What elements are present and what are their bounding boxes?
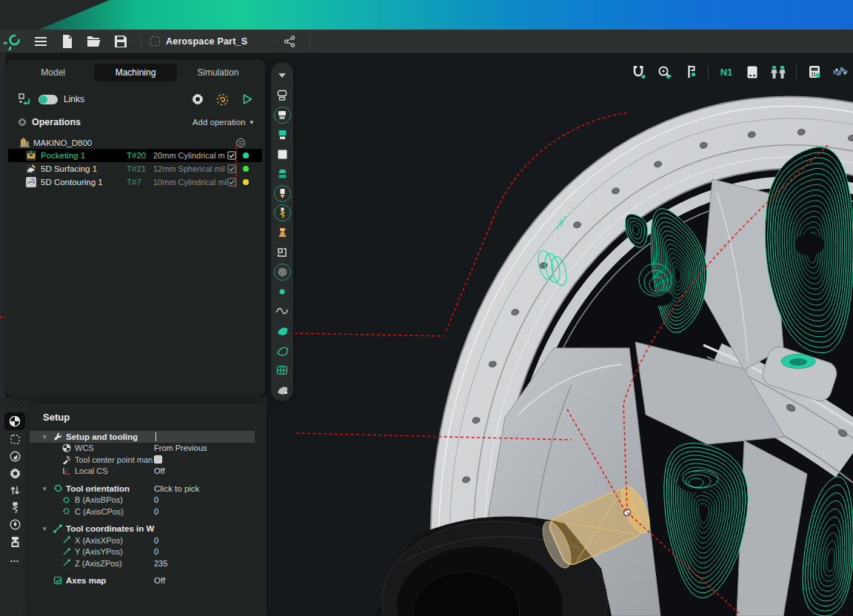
nc-code-button[interactable]: N1	[718, 64, 735, 80]
setup-dock: …	[0, 400, 30, 616]
stock-button[interactable]	[272, 86, 292, 106]
machining-panel: Model Machining Simulation Links	[6, 59, 265, 397]
coolant-button[interactable]	[4, 517, 25, 532]
chevron-down-icon[interactable]: ▾	[43, 433, 53, 441]
play-icon[interactable]	[241, 93, 253, 105]
holder-button[interactable]	[4, 534, 25, 549]
status-dot	[243, 153, 249, 158]
setup-row-value[interactable]: 0	[154, 507, 158, 516]
setup-row-value[interactable]: From Previous	[154, 443, 207, 452]
fixture-teal-button[interactable]	[272, 164, 292, 184]
tool-pair-button[interactable]	[770, 64, 786, 80]
wcs-button[interactable]	[4, 412, 25, 430]
frame-button[interactable]	[272, 243, 292, 263]
open-file-button[interactable]	[83, 32, 105, 51]
setup-row-value[interactable]: 235	[154, 559, 167, 568]
main-menu-button[interactable]	[30, 32, 52, 51]
operation-row-pocketing[interactable]: Pocketing 1 T#20 20mm Cylindrical m	[8, 149, 262, 162]
setup-row-value[interactable]: Off	[154, 466, 164, 475]
operation-checkbox[interactable]	[227, 178, 236, 187]
surface-filled-button[interactable]	[272, 321, 292, 341]
setup-row-axis-x[interactable]: X (AxisXPos) 0	[30, 535, 265, 546]
part-setup-button[interactable]	[272, 125, 292, 145]
axis-diagonal-icon	[62, 548, 70, 556]
setup-section-setup-tooling[interactable]: ▾ Setup and tooling	[30, 431, 255, 443]
tool-center-point-icon	[62, 455, 71, 464]
operation-checkbox[interactable]	[227, 164, 236, 173]
measure-button[interactable]	[656, 64, 672, 80]
controller-button[interactable]	[806, 64, 823, 80]
tab-simulation[interactable]: Simulation	[177, 64, 259, 81]
setup-section-tool-orientation[interactable]: ▾ Tool orientation Click to pick	[30, 483, 265, 495]
setup-row-value[interactable]: 0	[154, 536, 158, 545]
share-button[interactable]	[278, 32, 301, 51]
operation-row-surfacing[interactable]: 5D Surfacing 1 T#21 12mm Spherical mil	[6, 162, 265, 175]
setup-row-value[interactable]: 0	[154, 495, 158, 504]
settings-button[interactable]	[4, 466, 25, 481]
chevron-down-icon[interactable]: ▾	[43, 485, 53, 492]
save-button[interactable]	[110, 32, 132, 51]
links-toggle[interactable]	[39, 95, 58, 104]
setup-row-axes-map[interactable]: Axes map Off	[30, 575, 265, 587]
surface-result-button[interactable]	[272, 380, 292, 400]
turbine-button[interactable]	[4, 449, 25, 464]
mesh-button[interactable]	[272, 262, 292, 282]
recalculate-icon[interactable]	[216, 93, 229, 106]
drill-tool-button[interactable]	[272, 204, 292, 224]
machine-row[interactable]: MAKINO_D800	[6, 136, 265, 149]
analysis-graph-button[interactable]	[832, 64, 849, 80]
folder-icon	[87, 36, 101, 47]
stock-block-button[interactable]	[272, 144, 292, 164]
app-logo[interactable]	[0, 30, 25, 53]
setup-row-wcs[interactable]: WCS From Previous	[30, 443, 265, 455]
tool-button[interactable]	[272, 184, 292, 204]
document-icon	[150, 36, 160, 46]
setup-row-value[interactable]: Click to pick	[154, 484, 199, 493]
setup-section-tool-coordinates[interactable]: ▾ Tool coordinates in W	[30, 523, 265, 535]
new-file-button[interactable]	[56, 32, 78, 51]
gear-icon[interactable]	[192, 93, 204, 105]
tab-model[interactable]: Model	[12, 64, 94, 81]
caliper-button[interactable]	[682, 64, 698, 80]
fixture-selected-button[interactable]	[272, 105, 292, 125]
stock-dashed-button[interactable]	[4, 432, 25, 447]
setup-row-value[interactable]: 0	[154, 547, 158, 556]
operation-tool-desc: 10mm Cylindrical mill	[153, 178, 227, 187]
holder-orange-button[interactable]	[272, 223, 292, 243]
chevron-down-icon[interactable]: ▾	[43, 525, 53, 532]
operation-row-contouring[interactable]: 5D Contouring 1 T#7 10mm Cylindrical mil…	[6, 175, 265, 189]
point-button[interactable]	[272, 282, 292, 302]
snap-button[interactable]	[630, 64, 646, 80]
curve-button[interactable]	[272, 301, 292, 321]
chevron-down-icon[interactable]: ▾	[250, 118, 253, 126]
operation-checkbox[interactable]	[227, 151, 236, 160]
add-operation-button[interactable]: Add operation	[193, 118, 246, 127]
gear-icon	[18, 118, 27, 127]
tool-tip-icon	[278, 188, 287, 199]
hamburger-icon	[35, 37, 47, 46]
setup-row-axis-z[interactable]: Z (AxisZPos) 235	[30, 558, 265, 569]
setup-row-axis-b[interactable]: B (AxisBPos) 0	[30, 495, 265, 506]
drill-button[interactable]	[4, 500, 25, 515]
tool-center-point-checkbox[interactable]	[154, 455, 162, 463]
more-button[interactable]: …	[4, 551, 25, 566]
machine-limits-icon[interactable]	[235, 138, 246, 148]
machine-panel-button[interactable]	[744, 64, 760, 80]
surface-grid-button[interactable]	[272, 361, 292, 381]
setup-row-label: B (AxisBPos)	[75, 495, 123, 504]
sort-axes-button[interactable]	[4, 483, 25, 498]
setup-row-axis-c[interactable]: C (AxisCPos) 0	[30, 506, 265, 518]
operation-tool: T#21	[127, 164, 153, 173]
tool-pair-icon	[770, 65, 786, 79]
surface-outline-button[interactable]	[272, 341, 292, 361]
dock-collapse-button[interactable]	[272, 66, 292, 86]
curve-icon	[275, 306, 289, 316]
setup-row-axis-y[interactable]: Y (AxisYPos) 0	[30, 546, 265, 558]
tab-machining[interactable]: Machining	[94, 64, 176, 81]
document-title[interactable]: Aerospace Part_S	[166, 36, 247, 47]
app-toolbar: Aerospace Part_S	[0, 30, 853, 53]
dock-drag-handle[interactable]	[4, 404, 26, 408]
setup-row-value[interactable]: Off	[154, 576, 165, 585]
setup-row-tool-center-point[interactable]: Tool center point man	[30, 454, 265, 466]
setup-row-local-cs[interactable]: Local CS Off	[30, 466, 265, 478]
